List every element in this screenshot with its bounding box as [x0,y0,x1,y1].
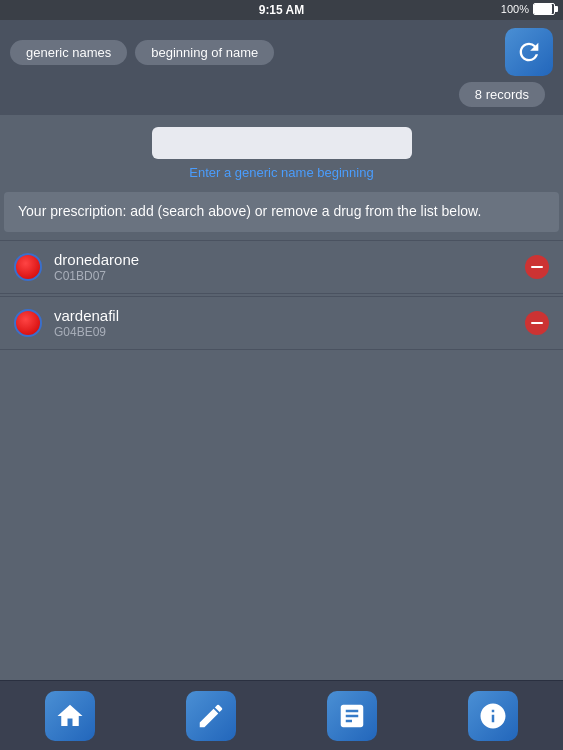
drug-info-dronedarone: dronedarone C01BD07 [54,251,525,283]
refresh-icon [515,38,543,66]
status-right: 100% [501,3,555,15]
battery-icon [533,3,555,15]
remove-dronedarone-button[interactable] [525,255,549,279]
search-area: Enter a generic name beginning [0,115,563,184]
search-hint: Enter a generic name beginning [189,165,373,180]
edit-icon-btn[interactable] [186,691,236,741]
drug-icon-vardenafil [14,309,42,337]
drug-list: dronedarone C01BD07 vardenafil G04BE09 [0,240,563,350]
tab-home[interactable] [0,691,141,741]
tab-edit[interactable] [141,691,282,741]
top-nav: generic names beginning of name 8 record… [0,20,563,115]
drug-code-dronedarone: C01BD07 [54,269,525,283]
status-time: 9:15 AM [259,3,305,17]
tab-info[interactable] [422,691,563,741]
drug-item-dronedarone: dronedarone C01BD07 [0,240,563,294]
battery-percent: 100% [501,3,529,15]
notes-icon-btn[interactable] [327,691,377,741]
tab-notes[interactable] [282,691,423,741]
drug-icon-dronedarone [14,253,42,281]
info-icon-btn[interactable] [468,691,518,741]
beginning-of-name-tab[interactable]: beginning of name [135,40,274,65]
info-icon [478,701,508,731]
info-box: Your prescription: add (search above) or… [4,192,559,232]
refresh-button[interactable] [505,28,553,76]
edit-icon [196,701,226,731]
search-input[interactable] [152,127,412,159]
nav-bottom-row: 8 records [10,82,553,107]
drug-name-vardenafil: vardenafil [54,307,525,324]
notes-icon [337,701,367,731]
home-icon [55,701,85,731]
drug-info-vardenafil: vardenafil G04BE09 [54,307,525,339]
drug-item-vardenafil: vardenafil G04BE09 [0,296,563,350]
generic-names-tab[interactable]: generic names [10,40,127,65]
home-icon-btn[interactable] [45,691,95,741]
drug-code-vardenafil: G04BE09 [54,325,525,339]
status-bar: 9:15 AM 100% [0,0,563,20]
info-text: Your prescription: add (search above) or… [18,202,545,222]
records-badge: 8 records [459,82,545,107]
tab-bar [0,680,563,750]
drug-name-dronedarone: dronedarone [54,251,525,268]
remove-vardenafil-button[interactable] [525,311,549,335]
nav-top-row: generic names beginning of name [10,28,553,76]
